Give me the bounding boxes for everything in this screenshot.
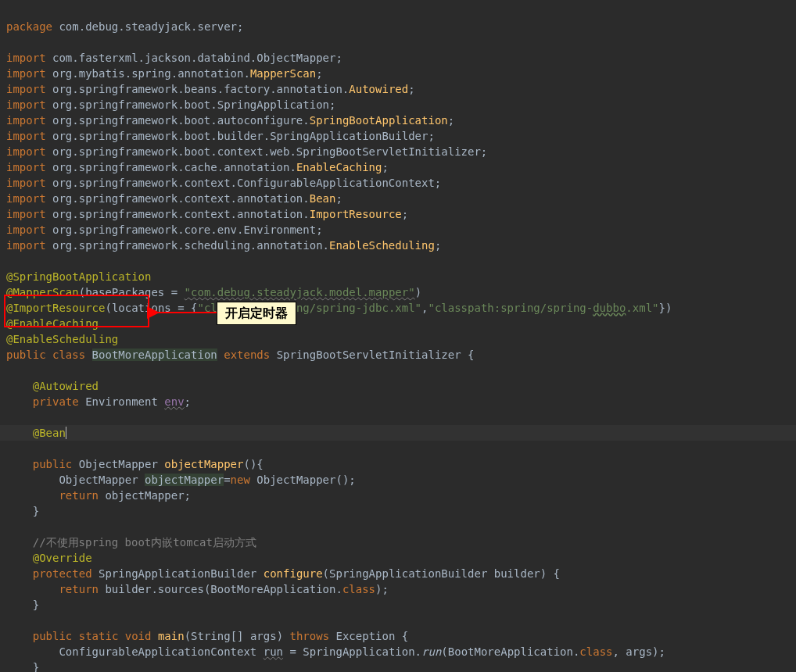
line: private Environment env; <box>6 395 191 408</box>
line: ObjectMapper objectMapper=new ObjectMapp… <box>6 474 356 486</box>
line: public class BootMoreApplication extends… <box>6 349 475 361</box>
line: import org.springframework.cache.annotat… <box>6 161 389 173</box>
line: import org.springframework.boot.SpringAp… <box>6 98 335 111</box>
line: import com.fasterxml.jackson.databind.Ob… <box>6 52 342 64</box>
line: //不使用spring boot内嵌tomcat启动方式 <box>6 536 256 549</box>
line: import org.springframework.context.annot… <box>6 192 342 205</box>
line: import org.springframework.boot.context.… <box>6 145 487 158</box>
line-current: @Bean <box>0 425 796 441</box>
line: public static void main(String[] args) t… <box>6 630 408 642</box>
line: import org.springframework.context.Confi… <box>6 177 441 189</box>
line: @Autowired <box>6 380 99 392</box>
line: @ImportResource(locations = {"classpath:… <box>6 302 672 314</box>
code-editor[interactable]: package com.debug.steadyjack.server; imp… <box>0 0 796 672</box>
line: protected SpringApplicationBuilder confi… <box>6 567 560 580</box>
line: ConfigurableApplicationContext run = Spr… <box>6 645 665 658</box>
line: @EnableCaching <box>6 317 99 330</box>
line: @Override <box>6 552 92 564</box>
line: return builder.sources(BootMoreApplicati… <box>6 583 389 595</box>
line: } <box>6 661 39 672</box>
line: @MapperScan(basePackages = "com.debug.st… <box>6 286 421 298</box>
line: @EnableScheduling <box>6 333 118 345</box>
line: import org.springframework.scheduling.an… <box>6 239 441 252</box>
line: import org.springframework.beans.factory… <box>6 83 415 95</box>
line: public ObjectMapper objectMapper(){ <box>6 458 264 470</box>
line: import org.mybatis.spring.annotation.Map… <box>6 67 323 80</box>
line: import org.springframework.boot.builder.… <box>6 130 435 142</box>
line: import org.springframework.boot.autoconf… <box>6 114 454 127</box>
line: return objectMapper; <box>6 489 191 502</box>
line: } <box>6 599 39 611</box>
line: import org.springframework.context.annot… <box>6 208 408 220</box>
line: import org.springframework.core.env.Envi… <box>6 223 323 236</box>
line: @SpringBootApplication <box>6 270 151 283</box>
line: package com.debug.steadyjack.server; <box>6 20 243 33</box>
line: } <box>6 505 39 517</box>
